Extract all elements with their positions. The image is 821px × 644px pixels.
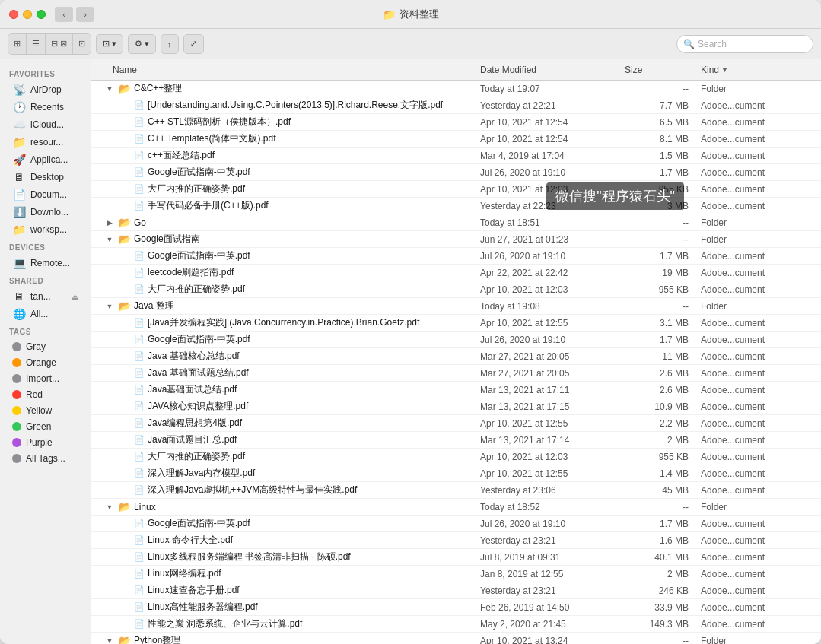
sidebar-item-resour[interactable]: 📁resour...: [3, 134, 88, 151]
file-kind: Adobe...cument: [701, 401, 815, 412]
pdf-icon: 📄: [134, 268, 145, 278]
table-row[interactable]: ▼ 📂 Java 整理 Today at 19:08 -- Folder: [91, 298, 821, 315]
sidebar-item-tag-red[interactable]: Red: [3, 387, 88, 402]
sidebar-item-docum[interactable]: 📄Docum...: [3, 186, 88, 203]
table-row[interactable]: 📄 Java面试题目汇总.pdf Mar 13, 2021 at 17:14 2…: [91, 432, 821, 449]
table-row[interactable]: 📄 Java基础面试总结.pdf Mar 13, 2021 at 17:11 2…: [91, 382, 821, 398]
sidebar-item-airdrop[interactable]: 📡AirDrop: [3, 81, 88, 98]
col-header-size[interactable]: Size: [625, 65, 701, 75]
table-row[interactable]: ▶ 📂 Go Today at 18:51 -- Folder: [91, 214, 821, 231]
sidebar-item-worksp[interactable]: 📁worksp...: [3, 221, 88, 238]
table-row[interactable]: 📄 leetcode刷题指南.pdf Apr 22, 2021 at 22:42…: [91, 265, 821, 281]
file-size: 45 MB: [625, 485, 701, 496]
table-row[interactable]: 📄 大厂内推的正确姿势.pdf Apr 10, 2021 at 12:03 95…: [91, 281, 821, 298]
table-row[interactable]: 📄 C++ Templates(简体中文版).pdf Apr 10, 2021 …: [91, 131, 821, 148]
table-row[interactable]: 📄 C++ STL源码剖析（侯捷版本）.pdf Apr 10, 2021 at …: [91, 114, 821, 131]
table-row[interactable]: 📄 Google面试指南-中英.pdf Jul 26, 2020 at 19:1…: [91, 332, 821, 348]
table-row[interactable]: 📄 大厂内推的正确姿势.pdf Apr 10, 2021 at 12:03 95…: [91, 449, 821, 465]
table-row[interactable]: 📄 Linux网络编程.pdf Jan 8, 2019 at 12:55 2 M…: [91, 566, 821, 582]
table-row[interactable]: 📄 Linux多线程服务端编程 书签高清非扫描 - 陈硕.pdf Jul 8, …: [91, 549, 821, 566]
table-row[interactable]: 📄 深入理解Java虚拟机++JVM高级特性与最佳实践.pdf Yesterda…: [91, 482, 821, 499]
toolbar: ⊞ ☰ ⊟ ⊠ ⊡ ⊡ ▾ ⚙ ▾ ↑ ⤢ 🔍 Search: [0, 29, 821, 59]
folder-toggle[interactable]: ▶: [103, 219, 116, 227]
sidebar-item-applica[interactable]: 🚀Applica...: [3, 151, 88, 168]
close-button[interactable]: [9, 10, 18, 19]
file-size: 149.3 MB: [625, 619, 701, 630]
file-name: 大厂内推的正确姿势.pdf: [148, 182, 245, 195]
view-gallery-button[interactable]: ⊡: [73, 34, 91, 54]
maximize-button[interactable]: [37, 10, 46, 19]
arrange-button[interactable]: ⊡ ▾: [96, 34, 123, 54]
sidebar-item-tan[interactable]: 🖥tan...⏏: [3, 288, 88, 305]
col-header-date[interactable]: Date Modified: [480, 65, 625, 75]
sidebar-item-tag-orange[interactable]: Orange: [3, 355, 88, 370]
shared-label: Shared: [0, 272, 91, 287]
file-name: 性能之巅 洞悉系统、企业与云计算.pdf: [148, 617, 302, 630]
table-row[interactable]: 📄 JAVA核心知识点整理.pdf Mar 13, 2021 at 17:15 …: [91, 398, 821, 415]
sidebar-item-tag-gray[interactable]: Gray: [3, 339, 88, 354]
table-row[interactable]: 📄 Java编程思想第4版.pdf Apr 10, 2021 at 12:55 …: [91, 415, 821, 432]
view-icon-button[interactable]: ⊞: [8, 34, 27, 54]
table-row[interactable]: ▼ 📂 Linux Today at 18:52 -- Folder: [91, 499, 821, 516]
table-row[interactable]: 📄 深入理解Java内存模型.pdf Apr 10, 2021 at 12:55…: [91, 465, 821, 482]
view-list-button[interactable]: ☰: [27, 34, 46, 54]
sidebar-item-icloud[interactable]: ☁️iCloud...: [3, 116, 88, 133]
folder-toggle[interactable]: ▼: [103, 303, 116, 310]
file-date: Yesterday at 23:06: [480, 485, 625, 496]
share-button[interactable]: ↑: [161, 34, 179, 54]
minimize-button[interactable]: [23, 10, 32, 19]
table-row[interactable]: 📄 Java 基础核心总结.pdf Mar 27, 2021 at 20:05 …: [91, 348, 821, 365]
sidebar-item-downlo[interactable]: ⬇️Downlo...: [3, 204, 88, 220]
tag-dot-purple: [12, 438, 21, 447]
table-row[interactable]: ▼ 📂 Google面试指南 Jun 27, 2021 at 01:23 -- …: [91, 231, 821, 248]
table-row[interactable]: 📄 Linux 命令行大全.pdf Yesterday at 23:21 1.6…: [91, 532, 821, 549]
table-row[interactable]: 📄 Google面试指南-中英.pdf Jul 26, 2020 at 19:1…: [91, 248, 821, 265]
view-columns-button[interactable]: ⊟ ⊠: [46, 34, 73, 54]
sidebar-item-tag-green[interactable]: Green: [3, 419, 88, 434]
table-row[interactable]: 📄 Google面试指南-中英.pdf Jul 26, 2020 at 19:1…: [91, 516, 821, 532]
table-row[interactable]: ▼ 📂 C&C++整理 Today at 19:07 -- Folder: [91, 81, 821, 97]
sidebar-item-tag-alltags[interactable]: All Tags...: [3, 451, 88, 466]
fullscreen-button[interactable]: ⤢: [183, 34, 204, 54]
sidebar-item-recents[interactable]: 🕐Recents: [3, 99, 88, 116]
sidebar-item-tag-import[interactable]: Import...: [3, 371, 88, 386]
eject-icon[interactable]: ⏏: [72, 293, 78, 301]
sidebar-item-tag-yellow[interactable]: Yellow: [3, 403, 88, 418]
folder-toggle[interactable]: ▼: [103, 503, 116, 511]
file-kind: Adobe...cument: [701, 167, 815, 178]
table-row[interactable]: 📄 手写代码必备手册(C++版).pdf Yesterday at 22:23 …: [91, 198, 821, 214]
forward-button[interactable]: ›: [76, 7, 94, 22]
file-name: C&C++整理: [134, 82, 182, 95]
file-date: Apr 10, 2021 at 13:24: [480, 636, 625, 645]
file-size: 40.1 MB: [625, 552, 701, 563]
table-row[interactable]: 📄 Linux速查备忘手册.pdf Yesterday at 23:21 246…: [91, 582, 821, 599]
folder-icon: 📂: [119, 635, 131, 644]
table-row[interactable]: 📄 [Java并发编程实践].(Java.Concurrency.in.Prac…: [91, 315, 821, 332]
sidebar-item-all[interactable]: 🌐All...: [3, 306, 88, 322]
table-row[interactable]: 📄 性能之巅 洞悉系统、企业与云计算.pdf May 2, 2020 at 21…: [91, 616, 821, 633]
sidebar-item-desktop[interactable]: 🖥Desktop: [3, 169, 88, 186]
folder-toggle[interactable]: ▼: [103, 85, 116, 93]
table-row[interactable]: 📄 [Understanding.and.Using.C.Pointers(20…: [91, 97, 821, 114]
table-row[interactable]: 📄 c++面经总结.pdf Mar 4, 2019 at 17:04 1.5 M…: [91, 148, 821, 164]
table-row[interactable]: 📄 大厂内推的正确姿势.pdf Apr 10, 2021 at 12:03 95…: [91, 181, 821, 198]
file-kind: Folder: [701, 636, 815, 645]
sidebar-item-remote[interactable]: 💻Remote...: [3, 255, 88, 271]
table-row[interactable]: 📄 Linux高性能服务器编程.pdf Feb 26, 2019 at 14:5…: [91, 599, 821, 616]
sidebar-item-tag-purple[interactable]: Purple: [3, 435, 88, 450]
table-row[interactable]: 📄 Google面试指南-中英.pdf Jul 26, 2020 at 19:1…: [91, 164, 821, 181]
table-row[interactable]: ▼ 📂 Python整理 Apr 10, 2021 at 13:24 -- Fo…: [91, 633, 821, 644]
table-row[interactable]: 📄 Java 基础面试题总结.pdf Mar 27, 2021 at 20:05…: [91, 365, 821, 382]
pdf-icon: 📄: [134, 100, 145, 110]
back-button[interactable]: ‹: [55, 7, 73, 22]
sidebar-label-tan: tan...: [30, 291, 67, 302]
file-size: 1.4 MB: [625, 468, 701, 479]
folder-toggle[interactable]: ▼: [103, 637, 116, 645]
search-box[interactable]: 🔍 Search: [676, 35, 813, 53]
file-date: Apr 10, 2021 at 12:55: [480, 468, 625, 479]
col-header-kind[interactable]: Kind ▼: [701, 65, 815, 75]
folder-toggle[interactable]: ▼: [103, 236, 116, 243]
col-header-name[interactable]: Name: [97, 65, 480, 75]
sidebar-icon-icloud: ☁️: [12, 119, 26, 131]
action-button[interactable]: ⚙ ▾: [128, 34, 156, 54]
